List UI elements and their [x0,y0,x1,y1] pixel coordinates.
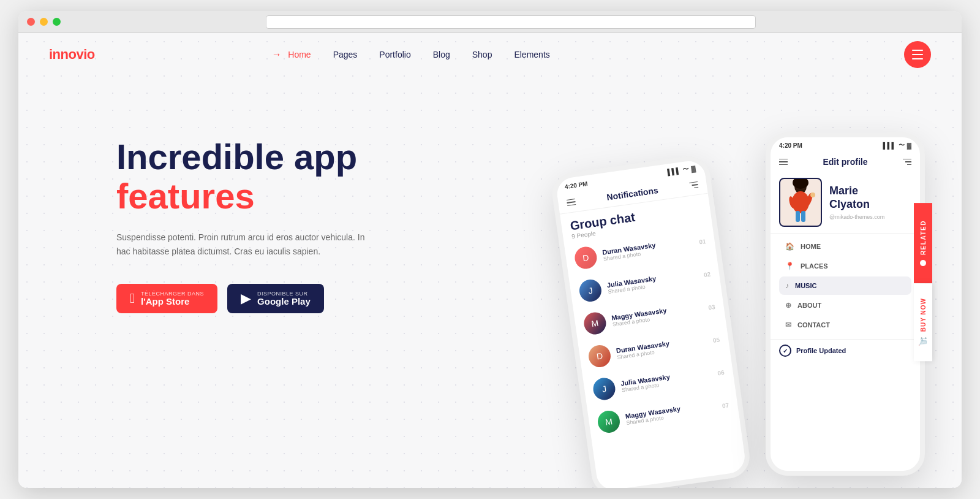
nav-item-portfolio[interactable]: Portfolio [379,49,410,60]
cta-buttons:  TÉLÉCHARGER DANS l'App Store ▶ DISPONI… [116,284,374,313]
appstore-text: TÉLÉCHARGER DANS l'App Store [141,291,204,306]
chat-list: D Duran Wasavsky Shared a photo 01 J Jul… [564,224,739,440]
play-icon: ▶ [241,292,251,305]
profile-updated: ✓ Profile Updated [771,339,920,360]
avatar: J [592,376,617,402]
chat-num: 03 [708,303,716,310]
wifi-icon: 〜 [899,141,905,150]
nav-item-pages[interactable]: Pages [333,49,358,60]
buy-now-button[interactable]: 🛒 BUY NOW [914,283,932,361]
nav-item-contact[interactable]: ✉ CONTACT [779,316,911,334]
nav-link-elements[interactable]: Elements [514,50,549,59]
battery-icon: ▓ [907,142,911,149]
nav-item-home[interactable]: 🏠 HOME [779,237,911,256]
menu-icon-line2 [912,54,923,55]
profile-name-area: MarieClyaton @mikado-themes.com [829,185,911,219]
nav-contact-label: CONTACT [797,321,830,329]
about-icon: ⊕ [785,301,791,310]
phone-profile: 4:20 PM ▌▌▌ 〜 ▓ Edit profi [766,132,925,476]
battery-icon: ▓ [691,165,696,172]
appstore-button[interactable]:  TÉLÉCHARGER DANS l'App Store [116,284,217,313]
chat-num: 02 [703,270,711,278]
nav-music-label: MUSIC [795,282,816,289]
avatar: D [573,245,598,270]
profile-nav: 🏠 HOME 📍 PLACES ♪ MUSIC ⊕ [771,234,920,339]
hero-section: Incredible app features Suspendisse pote… [18,76,962,488]
chat-info: Julia Wasavsky Shared a photo [606,268,704,295]
phone1-title: Notifications [606,185,658,202]
chat-num: 06 [717,368,725,376]
chat-num: 01 [699,238,707,245]
phone2-header: Edit profile [771,152,920,172]
chat-info: Duran Wasavsky Shared a photo [616,333,714,360]
url-bar[interactable] [266,15,756,29]
profile-section: MarieClyaton @mikado-themes.com [771,172,920,234]
nav-item-shop[interactable]: Shop [472,49,492,60]
nav-link-pages[interactable]: Pages [333,50,358,59]
avatar: J [578,278,603,303]
hamburger-icon[interactable] [567,199,576,206]
nav-item-about[interactable]: ⊕ ABOUT [779,296,911,314]
maximize-button[interactable] [53,18,61,26]
nav-item-places[interactable]: 📍 PLACES [779,257,911,275]
signal-icon: ▌▌▌ [667,167,681,175]
nav-item-home[interactable]: → Home [272,49,311,60]
navbar: innovio → Home Pages Portfolio Blog Shop [18,33,962,76]
hero-description: Suspendisse potenti. Proin rutrum arcu i… [116,230,374,260]
chat-info: Maggy Wasavsky Shared a photo [611,301,709,328]
related-label: RELATED [920,220,927,255]
filter-icon[interactable] [689,181,698,189]
related-dot [920,260,926,266]
page-content: innovio → Home Pages Portfolio Blog Shop [18,33,962,488]
places-icon: 📍 [785,262,794,270]
svg-point-7 [810,192,815,197]
signal-icon: ▌▌▌ [883,142,895,149]
side-labels: RELATED 🛒 BUY NOW [914,203,932,361]
profile-figure [782,178,819,227]
nav-link-blog[interactable]: Blog [433,50,450,59]
phone2-icons: ▌▌▌ 〜 ▓ [883,141,911,150]
browser-window: innovio → Home Pages Portfolio Blog Shop [18,11,962,488]
traffic-lights [27,18,61,26]
check-icon: ✓ [779,345,791,357]
titlebar [18,11,962,33]
profile-status: Profile Updated [796,347,846,354]
cart-icon: 🛒 [919,337,927,346]
profile-email: @mikado-themes.com [829,214,911,220]
chat-num: 05 [712,336,720,343]
filter-icon[interactable] [903,159,911,166]
phone-notifications: 4:20 PM ▌▌▌ 〜 ▓ Notificati [549,153,752,488]
hero-text: Incredible app features Suspendisse pote… [116,101,374,313]
nav-places-label: PLACES [801,262,828,270]
menu-icon-line1 [912,50,923,51]
chat-info: Julia Wasavsky Shared a photo [620,367,718,394]
nav-item-elements[interactable]: Elements [514,49,549,60]
nav-link-shop[interactable]: Shop [472,50,492,59]
nav-link-portfolio[interactable]: Portfolio [379,50,410,59]
logo[interactable]: innovio [49,47,95,63]
nav-link-home[interactable]: Home [288,50,311,59]
close-button[interactable] [27,18,35,26]
phone1-icons: ▌▌▌ 〜 ▓ [667,164,696,176]
avatar: M [582,311,608,336]
nav-arrow: → [272,49,282,59]
contact-icon: ✉ [785,321,791,329]
avatar: M [597,409,622,435]
minimize-button[interactable] [40,18,48,26]
svg-rect-4 [801,211,805,222]
nav-item-blog[interactable]: Blog [433,49,450,60]
nav-links: → Home Pages Portfolio Blog Shop Element… [272,49,550,60]
phone2-status-bar: 4:20 PM ▌▌▌ 〜 ▓ [771,137,920,152]
hamburger-icon[interactable] [779,159,788,166]
googleplay-button[interactable]: ▶ DISPONIBLE SUR Google Play [227,284,324,313]
related-button[interactable]: RELATED [914,203,932,283]
avatar: D [587,344,612,369]
nav-home-label: HOME [801,243,821,250]
chat-info: Maggy Wasavsky Shared a photo [625,399,723,426]
chat-num: 07 [722,402,729,409]
svg-rect-3 [796,211,800,222]
menu-icon-line3 [912,58,923,59]
phone1-time: 4:20 PM [564,180,588,190]
nav-item-music[interactable]: ♪ MUSIC [779,276,911,295]
menu-button[interactable] [904,41,931,68]
